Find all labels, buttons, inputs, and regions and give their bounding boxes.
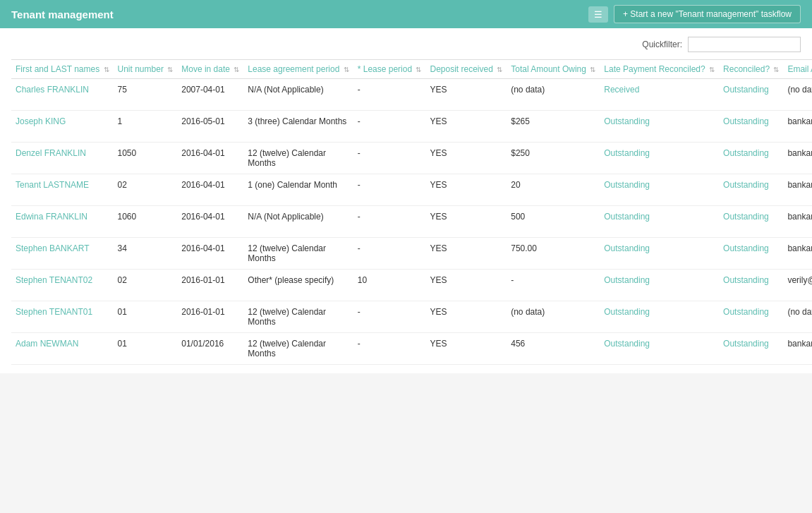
cell-movein: 2016-04-01 xyxy=(177,238,243,270)
cell-total: (no data) xyxy=(507,301,600,333)
cell-unit: 01 xyxy=(114,333,178,365)
cell-lease_sub: - xyxy=(353,333,426,365)
new-taskflow-button[interactable]: + Start a new "Tenant management" taskfl… xyxy=(614,5,801,23)
cell-reconciled: Outstanding xyxy=(719,301,783,333)
cell-total: $265 xyxy=(507,111,600,143)
table-row: Stephen BANKART342016-04-0112 (twelve) C… xyxy=(11,238,812,270)
table-row: Joseph KING12016-05-013 (three) Calendar… xyxy=(11,111,812,143)
cell-late: Outstanding xyxy=(600,333,719,365)
cell-first_last: Charles FRANKLIN xyxy=(11,79,114,111)
cell-reconciled: Outstanding xyxy=(719,111,783,143)
cell-deposit: YES xyxy=(425,301,507,333)
cell-total: $250 xyxy=(507,143,600,174)
cell-movein: 2016-04-01 xyxy=(177,143,243,174)
cell-late: Outstanding xyxy=(600,143,719,174)
col-header-late: Late Payment Reconciled? ⇅ xyxy=(600,60,719,79)
cell-lease_period: N/A (Not Applicable) xyxy=(243,206,353,238)
cell-late: Received xyxy=(600,79,719,111)
table-row: Denzel FRANKLIN10502016-04-0112 (twelve)… xyxy=(11,143,812,174)
header-actions: ☰ + Start a new "Tenant management" task… xyxy=(588,5,801,23)
cell-deposit: YES xyxy=(425,174,507,206)
cell-reconciled: Outstanding xyxy=(719,238,783,270)
cell-lease_sub: - xyxy=(353,79,426,111)
cell-movein: 2016-04-01 xyxy=(177,206,243,238)
table-row: Edwina FRANKLIN10602016-04-01N/A (Not Ap… xyxy=(11,206,812,238)
cell-email: bankart@telkomsa.net xyxy=(783,333,812,365)
cell-movein: 2016-01-01 xyxy=(177,270,243,301)
cell-lease_sub: - xyxy=(353,143,426,174)
cell-deposit: YES xyxy=(425,270,507,301)
cell-reconciled: Outstanding xyxy=(719,333,783,365)
cell-first_last: Edwina FRANKLIN xyxy=(11,206,114,238)
cell-deposit: YES xyxy=(425,333,507,365)
col-header-first-last: First and LAST names ⇅ xyxy=(11,60,114,79)
cell-total: - xyxy=(507,270,600,301)
quickfilter-row: Quickfilter: xyxy=(11,37,801,52)
cell-reconciled: Outstanding xyxy=(719,174,783,206)
cell-email: verily@scrupulous.co.za xyxy=(783,270,812,301)
cell-total: 456 xyxy=(507,333,600,365)
cell-movein: 2007-04-01 xyxy=(177,79,243,111)
cell-unit: 01 xyxy=(114,301,178,333)
cell-email: (no data) xyxy=(783,79,812,111)
cell-lease_period: 12 (twelve) Calendar Months xyxy=(243,238,353,270)
quickfilter-input[interactable] xyxy=(688,37,801,52)
col-header-lease-period: Lease agreement period ⇅ xyxy=(243,60,353,79)
cell-late: Outstanding xyxy=(600,206,719,238)
quickfilter-label: Quickfilter: xyxy=(642,40,682,49)
table-row: Adam NEWMAN0101/01/201612 (twelve) Calen… xyxy=(11,333,812,365)
cell-lease_period: 12 (twelve) Calendar Months xyxy=(243,333,353,365)
cell-first_last: Denzel FRANKLIN xyxy=(11,143,114,174)
cell-late: Outstanding xyxy=(600,301,719,333)
cell-lease_sub: - xyxy=(353,206,426,238)
cell-lease_period: Other* (please specify) xyxy=(243,270,353,301)
table-header-row: First and LAST names ⇅ Unit number ⇅ Mov… xyxy=(11,60,812,79)
cell-lease_sub: - xyxy=(353,301,426,333)
cell-late: Outstanding xyxy=(600,270,719,301)
cell-email: (no data) xyxy=(783,301,812,333)
cell-lease_sub: 10 xyxy=(353,270,426,301)
cell-first_last: Tenant LASTNAME xyxy=(11,174,114,206)
cell-deposit: YES xyxy=(425,238,507,270)
cell-email: bankartdesign@gmail.com xyxy=(783,143,812,174)
cell-lease_period: N/A (Not Applicable) xyxy=(243,79,353,111)
cell-deposit: YES xyxy=(425,111,507,143)
cell-first_last: Stephen BANKART xyxy=(11,238,114,270)
cell-email: bankartdesign@gmail.com xyxy=(783,206,812,238)
cell-deposit: YES xyxy=(425,79,507,111)
cell-lease_period: 1 (one) Calendar Month xyxy=(243,174,353,206)
cell-unit: 02 xyxy=(114,174,178,206)
cell-email: bankartdesign@gmail.com xyxy=(783,111,812,143)
cell-unit: 1050 xyxy=(114,143,178,174)
col-header-movein: Move in date ⇅ xyxy=(177,60,243,79)
col-header-unit: Unit number ⇅ xyxy=(114,60,178,79)
cell-unit: 02 xyxy=(114,270,178,301)
list-view-button[interactable]: ☰ xyxy=(588,6,608,23)
cell-lease_period: 3 (three) Calendar Months xyxy=(243,111,353,143)
table-row: Tenant LASTNAME022016-04-011 (one) Calen… xyxy=(11,174,812,206)
cell-first_last: Adam NEWMAN xyxy=(11,333,114,365)
cell-deposit: YES xyxy=(425,143,507,174)
cell-email: bankartdesign@telkomsa.net xyxy=(783,238,812,270)
cell-unit: 75 xyxy=(114,79,178,111)
cell-lease_period: 12 (twelve) Calendar Months xyxy=(243,143,353,174)
cell-reconciled: Outstanding xyxy=(719,206,783,238)
col-header-deposit: Deposit received ⇅ xyxy=(425,60,507,79)
header-title: Tenant management xyxy=(11,8,114,20)
cell-total: (no data) xyxy=(507,79,600,111)
cell-unit: 34 xyxy=(114,238,178,270)
table-row: Charles FRANKLIN752007-04-01N/A (Not App… xyxy=(11,79,812,111)
col-header-reconciled: Reconciled? ⇅ xyxy=(719,60,783,79)
cell-total: 20 xyxy=(507,174,600,206)
cell-deposit: YES xyxy=(425,206,507,238)
col-header-total: Total Amount Owing ⇅ xyxy=(507,60,600,79)
cell-lease_sub: - xyxy=(353,174,426,206)
table-row: Stephen TENANT02022016-01-01Other* (plea… xyxy=(11,270,812,301)
cell-total: 750.00 xyxy=(507,238,600,270)
cell-movein: 2016-01-01 xyxy=(177,301,243,333)
cell-unit: 1060 xyxy=(114,206,178,238)
cell-reconciled: Outstanding xyxy=(719,79,783,111)
cell-late: Outstanding xyxy=(600,111,719,143)
cell-late: Outstanding xyxy=(600,238,719,270)
tenants-table: First and LAST names ⇅ Unit number ⇅ Mov… xyxy=(11,59,812,365)
